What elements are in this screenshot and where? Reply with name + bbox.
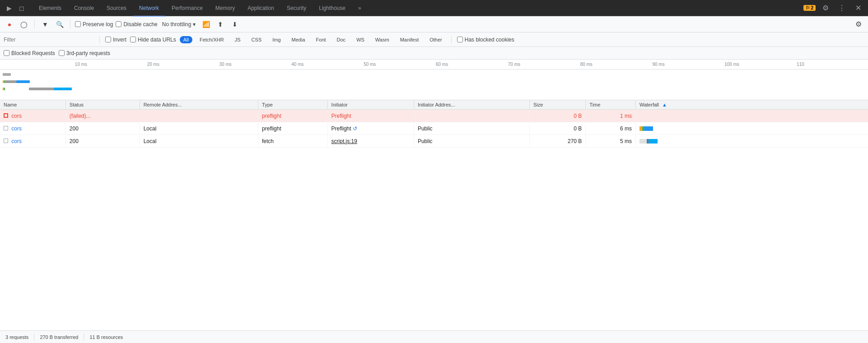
invert-checkbox[interactable] xyxy=(105,37,111,42)
row3-waterfall-bars xyxy=(639,139,864,144)
table-row[interactable]: cors 200 Local fetch script.js:19 Public… xyxy=(0,135,868,148)
row2-size: 0 B xyxy=(529,122,585,135)
search-icon[interactable]: 🔍 xyxy=(54,19,65,30)
throttle-select[interactable]: No throttling ▾ xyxy=(160,20,198,28)
clear-button[interactable]: ◯ xyxy=(18,19,30,30)
status-sep-1 xyxy=(34,334,34,341)
table-row[interactable]: cors 200 Local preflight Preflight ↺ Pub… xyxy=(0,122,868,135)
tick-6: 60 ms xyxy=(435,62,507,67)
record-button[interactable]: ● xyxy=(4,19,15,30)
blocked-cookies-label[interactable]: Has blocked cookies xyxy=(457,37,514,43)
more-menu-icon[interactable]: ⋮ xyxy=(835,2,848,14)
cursor-icon[interactable]: ▶ xyxy=(4,3,14,14)
svg-rect-1 xyxy=(3,80,4,83)
blocked-requests-label[interactable]: Blocked Requests xyxy=(4,50,55,56)
tab-elements[interactable]: Elements xyxy=(33,0,68,17)
filter-chip-js[interactable]: JS xyxy=(231,36,244,43)
tab-performance[interactable]: Performance xyxy=(165,0,209,17)
settings-icon[interactable]: ⚙ xyxy=(819,2,832,14)
tab-network[interactable]: Network xyxy=(133,0,165,17)
upload-icon[interactable]: ⬆ xyxy=(215,19,226,30)
col-initiator-address[interactable]: Initiator Addres... xyxy=(414,100,529,110)
filter-chip-img[interactable]: Img xyxy=(269,36,284,43)
tick-7: 70 ms xyxy=(507,62,579,67)
disable-cache-checkbox[interactable] xyxy=(116,21,121,27)
tab-application[interactable]: Application xyxy=(241,0,280,17)
row1-remote xyxy=(140,110,258,122)
filter-chip-wasm[interactable]: Wasm xyxy=(372,36,393,43)
row2-checkbox-indicator xyxy=(4,126,8,130)
timeline-ruler: 10 ms 20 ms 30 ms 40 ms 50 ms 60 ms 70 m… xyxy=(0,60,868,70)
filter-chip-doc[interactable]: Doc xyxy=(333,36,350,43)
separator-2 xyxy=(70,20,70,29)
wifi-icon[interactable]: 📶 xyxy=(200,19,212,30)
throttle-dropdown-icon: ▾ xyxy=(193,21,196,28)
tab-sources[interactable]: Sources xyxy=(100,0,133,17)
filter-chip-all[interactable]: All xyxy=(180,36,192,43)
col-initiator[interactable]: Initiator xyxy=(327,100,414,110)
dev-icons: ▶ ◻ xyxy=(4,3,27,14)
network-toolbar: ● ◯ ▼ 🔍 Preserve log Disable cache No th… xyxy=(0,16,868,32)
col-remote-address[interactable]: Remote Addres... xyxy=(140,100,258,110)
svg-rect-4 xyxy=(16,80,30,83)
row3-size: 270 B xyxy=(529,135,585,148)
invert-label[interactable]: Invert xyxy=(105,37,126,43)
separator-1 xyxy=(34,20,35,29)
row1-time: 1 ms xyxy=(586,110,636,122)
table-row[interactable]: cors (failed)... preflight Preflight 0 B… xyxy=(0,110,868,122)
tab-memory[interactable]: Memory xyxy=(209,0,241,17)
network-settings-icon[interactable]: ⚙ xyxy=(853,19,864,30)
hide-data-urls-checkbox[interactable] xyxy=(130,37,136,42)
svg-rect-2 xyxy=(4,80,5,83)
timeline: 10 ms 20 ms 30 ms 40 ms 50 ms 60 ms 70 m… xyxy=(0,60,868,100)
filter-chip-other[interactable]: Other xyxy=(426,36,446,43)
col-time[interactable]: Time xyxy=(586,100,636,110)
hide-data-urls-label[interactable]: Hide data URLs xyxy=(130,37,176,43)
row2-name-cell: cors xyxy=(0,122,65,135)
row1-size: 0 B xyxy=(529,110,585,122)
download-icon[interactable]: ⬇ xyxy=(229,19,241,30)
col-type[interactable]: Type xyxy=(258,100,328,110)
svg-rect-7 xyxy=(29,88,54,90)
tab-lighthouse[interactable]: Lighthouse xyxy=(313,0,352,17)
device-icon[interactable]: ◻ xyxy=(16,3,27,14)
wf-seg-waiting xyxy=(644,126,653,131)
tick-5: 50 ms xyxy=(363,62,435,67)
col-size[interactable]: Size xyxy=(529,100,585,110)
filter-chip-media[interactable]: Media xyxy=(288,36,309,43)
svg-rect-3 xyxy=(5,80,16,83)
error-indicator xyxy=(4,113,8,118)
preserve-log-label[interactable]: Preserve log xyxy=(75,21,113,28)
third-party-label[interactable]: 3rd-party requests xyxy=(59,50,110,56)
svg-rect-8 xyxy=(54,88,72,90)
tab-more[interactable]: » xyxy=(352,0,368,17)
row3-time: 5 ms xyxy=(586,135,636,148)
row1-status: (failed)... xyxy=(65,110,140,122)
filter-chip-ws[interactable]: WS xyxy=(353,36,368,43)
row2-initiator: Preflight ↺ xyxy=(327,122,414,135)
issue-badge[interactable]: ⚐ 2 xyxy=(803,5,816,11)
col-name[interactable]: Name xyxy=(0,100,65,110)
filter-chip-manifest[interactable]: Manifest xyxy=(397,36,423,43)
toolbar-right: ⚙ xyxy=(853,19,864,30)
third-party-checkbox[interactable] xyxy=(59,50,65,56)
col-status[interactable]: Status xyxy=(65,100,140,110)
disable-cache-label[interactable]: Disable cache xyxy=(116,21,157,28)
preserve-log-checkbox[interactable] xyxy=(75,21,81,27)
filter-bar: Invert Hide data URLs All Fetch/XHR JS C… xyxy=(0,32,868,47)
tab-security[interactable]: Security xyxy=(280,0,313,17)
filter-chip-font[interactable]: Font xyxy=(313,36,330,43)
wf-seg-waiting xyxy=(639,139,647,144)
close-icon[interactable]: ✕ xyxy=(852,2,864,14)
row2-time: 6 ms xyxy=(586,122,636,135)
tab-console[interactable]: Console xyxy=(68,0,100,17)
filter-input[interactable] xyxy=(4,37,94,43)
filter-icon[interactable]: ▼ xyxy=(39,19,51,30)
filter-chip-css[interactable]: CSS xyxy=(248,36,266,43)
filter-chip-fetch-xhr[interactable]: Fetch/XHR xyxy=(196,36,228,43)
tick-9: 90 ms xyxy=(651,62,723,67)
row2-status: 200 xyxy=(65,122,140,135)
blocked-requests-checkbox[interactable] xyxy=(4,50,9,56)
col-waterfall[interactable]: Waterfall ▲ xyxy=(635,100,868,110)
blocked-cookies-checkbox[interactable] xyxy=(457,37,463,42)
